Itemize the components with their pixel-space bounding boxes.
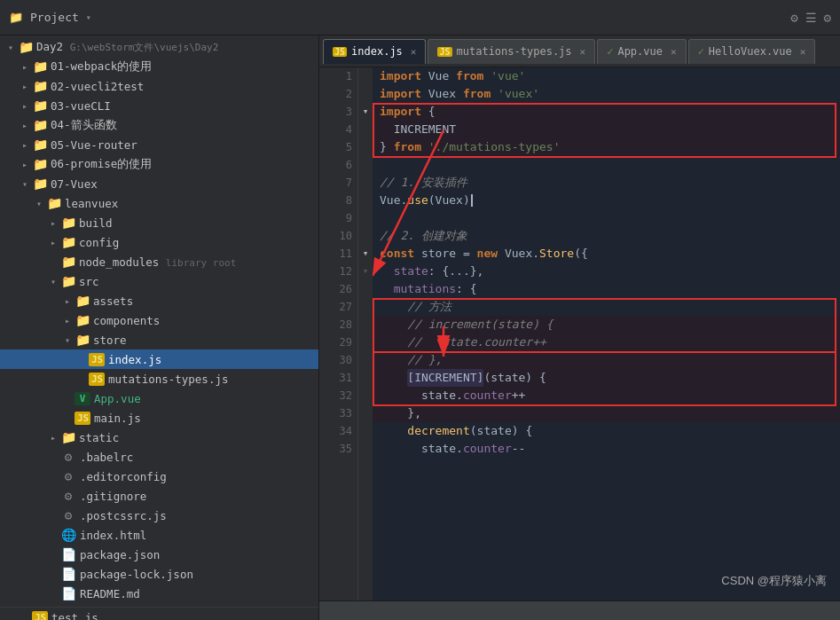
- code-line-34: decrement (state) {: [373, 422, 840, 440]
- kw-import-3: import: [380, 103, 421, 121]
- line-num-1: 1: [327, 67, 352, 85]
- arrow-icon: ▾: [46, 277, 60, 286]
- tree-item-nodemodules[interactable]: 📁 node_modules library root: [0, 252, 318, 271]
- tree-item-appvue[interactable]: V App.vue: [0, 388, 318, 408]
- tree-item-src[interactable]: ▾ 📁 src: [0, 271, 318, 291]
- kw-from-2: from: [463, 85, 491, 103]
- folder-icon: 📁: [32, 59, 48, 74]
- tree-item-components[interactable]: ▸ 📁 components: [0, 310, 318, 330]
- tree-item-02[interactable]: ▸ 📁 02-vuecli2test: [0, 76, 318, 96]
- line-num-27: 27: [327, 298, 352, 316]
- tree-item-babelrc[interactable]: ⚙ .babelrc: [0, 447, 318, 467]
- kw-const: const: [380, 245, 414, 263]
- tree-item-testjs[interactable]: JS test.js: [0, 608, 318, 620]
- tree-label: .postcssrc.js: [80, 509, 167, 522]
- tab-hellovuex[interactable]: ✓ HelloVuex.vue ✕: [688, 39, 816, 64]
- tree-item-postcssrc[interactable]: ⚙ .postcssrc.js: [0, 506, 318, 525]
- toolbar-icon-run[interactable]: ⚙: [824, 11, 831, 25]
- arrow-icon: ▸: [18, 121, 32, 130]
- tree-label: build: [79, 216, 113, 230]
- line-num-32: 32: [327, 387, 352, 404]
- arrow-icon: ▸: [46, 433, 60, 443]
- title-bar: 📁 Project ▾ ⚙ ☰ ⚙: [0, 0, 840, 35]
- tab-indexjs[interactable]: JS index.js ✕: [323, 39, 426, 64]
- code-line-9: [373, 209, 840, 227]
- tab-js-icon: JS: [333, 47, 347, 57]
- toolbar-icon-settings[interactable]: ⚙: [790, 11, 797, 25]
- tree-item-03[interactable]: ▸ 📁 03-vueCLI: [0, 96, 318, 115]
- prop-counter-35: counter: [463, 440, 512, 458]
- line-num-29: 29: [327, 334, 352, 351]
- arrow-icon: ▾: [4, 43, 18, 52]
- code-line-8: Vue . use (Vuex): [373, 192, 840, 209]
- code-line-12: state : {...},: [373, 263, 840, 280]
- comment-1: // 1. 安装插件: [380, 174, 467, 192]
- arrow-icon: ▸: [60, 316, 75, 326]
- tree-label-day2: Day2 G:\webStorm文件\vuejs\Day2: [36, 40, 218, 54]
- arrow-icon: ▸: [18, 101, 32, 111]
- vue-file-icon: V: [75, 392, 90, 405]
- line-num-28: 28: [327, 316, 352, 334]
- tab-close-icon[interactable]: ✕: [580, 46, 586, 58]
- main-layout: ▾ 📁 Day2 G:\webStorm文件\vuejs\Day2 ▸ 📁 01…: [0, 35, 840, 620]
- tab-close-icon[interactable]: ✕: [671, 46, 677, 58]
- tab-js-icon: JS: [437, 47, 451, 57]
- comment-increment-fn: // increment(state) {: [380, 316, 553, 334]
- project-label: Project: [30, 11, 79, 24]
- tree-item-mutationstypes[interactable]: JS mutations-types.js: [0, 369, 318, 388]
- tree-item-06[interactable]: ▸ 📁 06-promise的使用: [0, 154, 318, 174]
- line-num-7: 7: [327, 174, 352, 192]
- tree-item-indexhtml[interactable]: 🌐 index.html: [0, 525, 318, 545]
- tree-item-editorconfig[interactable]: ⚙ .editorconfig: [0, 467, 318, 486]
- tree-item-build[interactable]: ▸ 📁 build: [0, 213, 318, 232]
- tree-item-packagelockjson[interactable]: 📄 package-lock.json: [0, 564, 318, 584]
- tree-item-assets[interactable]: ▸ 📁 assets: [0, 291, 318, 310]
- js-file-icon: JS: [89, 373, 105, 386]
- tree-item-01[interactable]: ▸ 📁 01-webpack的使用: [0, 57, 318, 76]
- project-dropdown-icon[interactable]: ▾: [86, 12, 91, 22]
- arrow-icon: ▸: [46, 238, 60, 247]
- tree-label-mainjs: main.js: [94, 412, 141, 425]
- code-content[interactable]: import Vue from 'vue' import Vuex from '…: [373, 67, 840, 600]
- tree-item-mainjs[interactable]: JS main.js: [0, 408, 318, 428]
- arrow-icon: ▸: [18, 160, 32, 169]
- tree-label: .editorconfig: [80, 470, 167, 483]
- code-line-2: import Vuex from 'vuex': [373, 85, 840, 103]
- folder-icon-day2: 📁: [18, 40, 34, 54]
- line-num-33: 33: [327, 404, 352, 422]
- tree-label: package.json: [80, 548, 160, 561]
- line-num-34: 34: [327, 422, 352, 440]
- code-line-31: [INCREMENT] (state) {: [373, 369, 840, 387]
- tree-item-readme[interactable]: 📄 README.md: [0, 584, 318, 603]
- tree-item-leanvuex[interactable]: ▾ 📁 leanvuex: [0, 193, 318, 213]
- tree-item-packagejson[interactable]: 📄 package.json: [0, 545, 318, 564]
- line-num-12: 12: [327, 263, 352, 280]
- tree-item-04[interactable]: ▸ 📁 04-箭头函数: [0, 115, 318, 135]
- kw-from-1: from: [456, 67, 483, 85]
- tab-vue-icon: ✓: [607, 45, 613, 58]
- tree-label-indexjs: index.js: [108, 353, 161, 366]
- tab-close-icon[interactable]: ✕: [411, 46, 417, 58]
- tree-item-07[interactable]: ▾ 📁 07-Vuex: [0, 174, 318, 193]
- tree-item-05[interactable]: ▸ 📁 05-Vue-router: [0, 135, 318, 154]
- tree-item-indexjs[interactable]: JS index.js: [0, 349, 318, 369]
- tree-item-static[interactable]: ▸ 📁 static: [0, 428, 318, 447]
- tree-item-gitignore[interactable]: ⚙ .gitignore: [0, 486, 318, 506]
- comment-counter: // state.counter++: [380, 334, 546, 351]
- code-line-3: import {: [373, 103, 840, 121]
- js-file-icon-test: JS: [32, 611, 48, 621]
- code-line-4: INCREMENT: [373, 121, 840, 138]
- code-line-6: [373, 156, 840, 174]
- code-line-32: state . counter ++: [373, 387, 840, 404]
- toolbar-icon-layout[interactable]: ☰: [805, 11, 817, 25]
- tree-item-config[interactable]: ▸ 📁 config: [0, 232, 318, 252]
- json-file-icon: 📄: [60, 547, 76, 561]
- tab-label-appvue: App.vue: [617, 45, 663, 58]
- folder-icon: 📁: [32, 177, 48, 191]
- tree-item-day2[interactable]: ▾ 📁 Day2 G:\webStorm文件\vuejs\Day2: [0, 37, 318, 57]
- tab-appvue[interactable]: ✓ App.vue ✕: [597, 39, 686, 64]
- tab-mutationstypes[interactable]: JS mutations-types.js ✕: [428, 39, 595, 64]
- tree-item-store[interactable]: ▾ 📁 store: [0, 330, 318, 349]
- tab-label-mutations: mutations-types.js: [457, 45, 572, 58]
- tab-close-icon[interactable]: ✕: [800, 46, 806, 58]
